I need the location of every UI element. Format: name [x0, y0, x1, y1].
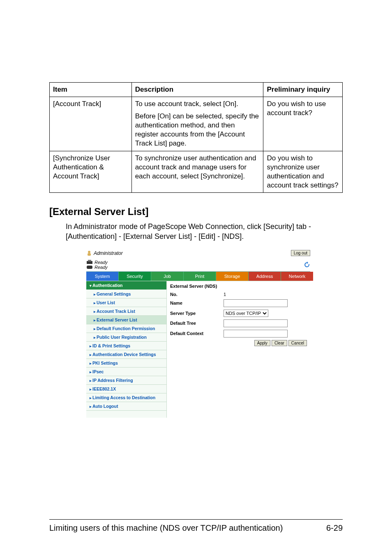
sidebar-item-authentication[interactable]: Authentication	[86, 281, 166, 290]
sidebar: Authentication General Settings User Lis…	[86, 281, 167, 418]
sidebar-item-defperm[interactable]: Default Function Permission	[86, 324, 166, 333]
pane-title: External Server (NDS)	[170, 284, 307, 289]
svg-rect-4	[87, 266, 92, 269]
defctx-label: Default Context	[170, 331, 224, 336]
status-ready: Ready	[95, 260, 108, 265]
sidebar-item-userlist[interactable]: User List	[86, 298, 166, 307]
status-ready2: Ready	[95, 265, 108, 270]
name-input[interactable]	[224, 299, 288, 307]
table-row: [Synchronize User Authentication & Accou…	[50, 151, 343, 192]
footer-rule	[49, 519, 343, 520]
cell-inq: Do you wish to synchronize user authenti…	[263, 151, 343, 192]
printer-icon	[86, 260, 93, 265]
main-pane: External Server (NDS) No. 1 Name Server …	[167, 281, 310, 418]
tab-system[interactable]: System	[86, 272, 119, 281]
section-paragraph: In Administrator mode of PageScope Web C…	[66, 222, 343, 242]
sidebar-item-general[interactable]: General Settings	[86, 290, 166, 298]
tab-storage[interactable]: Storage	[216, 272, 249, 281]
cell-inq: Do you wish to use account track?	[263, 97, 343, 151]
th-desc: Description	[131, 83, 263, 97]
sidebar-item-external-server-list[interactable]: External Server List	[86, 316, 166, 324]
sidebar-item-autolog[interactable]: Auto Logout	[86, 402, 166, 411]
no-label: No.	[170, 292, 224, 297]
th-item: Item	[50, 83, 132, 97]
toner-icon	[86, 265, 93, 270]
cell-item: [Account Track]	[50, 97, 132, 151]
sidebar-item-pubreg[interactable]: Public User Registration	[86, 333, 166, 342]
tab-network[interactable]: Network	[281, 272, 313, 281]
apply-button[interactable]: Apply	[254, 340, 270, 346]
sidebar-item-limit[interactable]: Limiting Access to Destination	[86, 393, 166, 402]
desc-p: Before [On] can be selected, specify the…	[135, 112, 260, 148]
sidebar-item-ieee[interactable]: IEEE802.1X	[86, 385, 166, 393]
tab-bar: System Security Job Print Storage Addres…	[86, 271, 310, 281]
sidebar-item-ipfilt[interactable]: IP Address Filtering	[86, 376, 166, 385]
tab-job[interactable]: Job	[151, 272, 184, 281]
table-row: [Account Track] To use account track, se…	[50, 97, 343, 151]
footer-text: Limiting users of this machine (NDS over…	[49, 523, 283, 533]
admin-title: Administrator	[94, 250, 123, 256]
sidebar-item-authdev[interactable]: Authentication Device Settings	[86, 350, 166, 359]
logout-button[interactable]: Log out	[291, 250, 310, 256]
svg-point-0	[88, 251, 90, 253]
svg-rect-1	[88, 253, 91, 256]
deftree-input[interactable]	[224, 319, 288, 327]
no-value: 1	[224, 292, 307, 297]
sidebar-item-ipsec[interactable]: IPsec	[86, 368, 166, 376]
sidebar-item-idprint[interactable]: ID & Print Settings	[86, 342, 166, 350]
tab-security[interactable]: Security	[119, 272, 151, 281]
name-label: Name	[170, 301, 224, 305]
cancel-button[interactable]: Cancel	[288, 340, 307, 346]
reload-icon[interactable]	[304, 261, 310, 268]
param-table: Item Description Preliminary inquiry [Ac…	[49, 82, 343, 193]
admin-screenshot: Administrator Log out Ready Ready	[86, 247, 310, 418]
deftree-label: Default Tree	[170, 321, 224, 326]
cell-item: [Synchronize User Authentication & Accou…	[50, 151, 132, 192]
tab-print[interactable]: Print	[184, 272, 216, 281]
servertype-select[interactable]: NDS over TCP/IP	[224, 310, 268, 317]
defctx-input[interactable]	[224, 330, 288, 338]
cell-desc: To use account track, select [On]. Befor…	[131, 97, 263, 151]
sidebar-item-acct[interactable]: Account Track List	[86, 307, 166, 316]
svg-rect-2	[87, 261, 92, 264]
cell-desc: To synchronize user authentication and a…	[131, 151, 263, 192]
section-heading: [External Server List]	[49, 206, 343, 217]
svg-rect-3	[88, 260, 91, 261]
tab-address[interactable]: Address	[249, 272, 281, 281]
page-number: 6-29	[326, 523, 343, 533]
desc-p: To use account track, select [On].	[135, 99, 260, 109]
admin-icon	[86, 250, 92, 256]
sidebar-item-pki[interactable]: PKI Settings	[86, 359, 166, 368]
servertype-label: Server Type	[170, 311, 224, 316]
th-inq: Preliminary inquiry	[263, 83, 343, 97]
clear-button[interactable]: Clear	[272, 340, 287, 346]
